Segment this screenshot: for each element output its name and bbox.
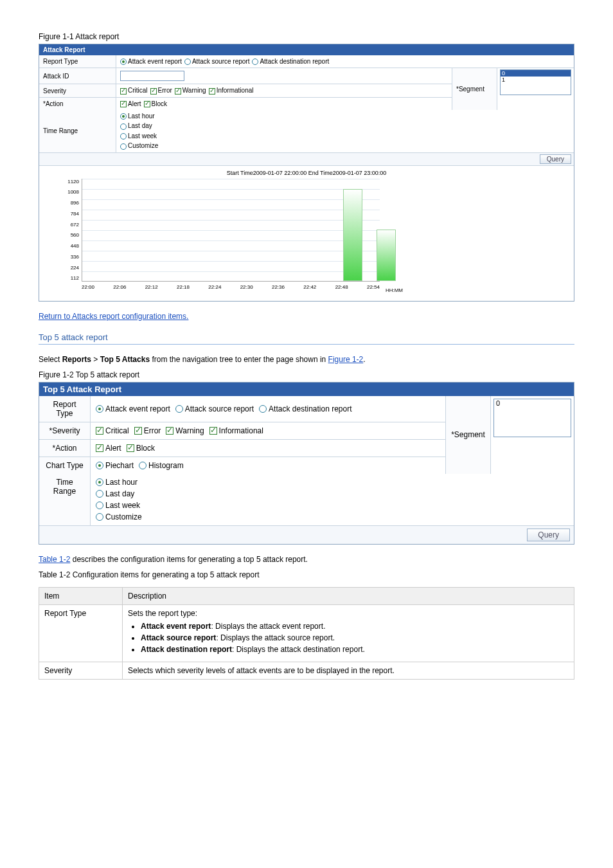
attack-report-panel: Attack Report Report Type Attack event r… <box>39 44 574 302</box>
check-informational[interactable]: Informational <box>209 87 254 94</box>
top5-time-range-label: Time Range <box>39 474 91 525</box>
radio-customize[interactable]: Customize <box>120 142 158 149</box>
check-top5-error[interactable]: Error <box>134 426 161 435</box>
query-button[interactable]: Query <box>540 154 571 164</box>
attack-report-header: Attack Report <box>39 44 574 55</box>
radio-icon <box>120 133 127 140</box>
return-link[interactable]: Return to Attacks report configuration i… <box>39 312 188 321</box>
figure1-caption: Figure 1-1 Attack report <box>39 32 574 41</box>
top5-report-type-label: Report Type <box>39 396 91 422</box>
radio-last-day[interactable]: Last day <box>120 122 152 129</box>
check-top5-alert[interactable]: Alert <box>96 444 121 453</box>
table2-caption: Table 1-2 Configuration items for genera… <box>39 570 574 579</box>
radio-icon <box>96 478 103 486</box>
checkbox-icon <box>120 101 127 107</box>
radio-icon <box>120 123 127 130</box>
radio-icon <box>120 143 127 150</box>
radio-icon <box>139 462 147 469</box>
radio-icon <box>175 405 183 413</box>
radio-histogram[interactable]: Histogram <box>139 461 184 470</box>
radio-top5-last-day[interactable]: Last day <box>96 489 134 498</box>
check-critical[interactable]: Critical <box>120 87 148 94</box>
top5-action-label: *Action <box>39 440 91 457</box>
item-severity: Severity <box>39 662 123 679</box>
figure1-caption-text: Figure 1-1 Attack report <box>39 32 119 41</box>
radio-icon <box>96 502 103 509</box>
checkbox-icon <box>127 444 134 452</box>
item-report-type: Report Type <box>39 604 123 662</box>
check-warning[interactable]: Warning <box>175 87 206 94</box>
check-top5-warning[interactable]: Warning <box>166 426 204 435</box>
check-top5-critical[interactable]: Critical <box>96 426 129 435</box>
radio-icon <box>120 113 127 120</box>
desc-severity: Selects which severity levels of attack … <box>123 662 574 679</box>
th-description: Description <box>123 587 574 604</box>
check-error[interactable]: Error <box>150 87 172 94</box>
segment-label: *Segment <box>452 68 497 110</box>
radio-icon <box>96 513 103 521</box>
radio-last-hour[interactable]: Last hour <box>120 113 155 120</box>
radio-icon <box>259 405 267 413</box>
top5-header: Top 5 Attack Report <box>39 383 574 396</box>
check-top5-block[interactable]: Block <box>127 444 155 453</box>
checkbox-icon <box>96 427 103 435</box>
checkbox-icon <box>96 444 103 452</box>
segment-item-1[interactable]: 1 <box>501 77 571 83</box>
figure-1-2-link[interactable]: Figure 1-2 <box>328 355 364 364</box>
radio-top5-event[interactable]: Attack event report <box>96 404 170 413</box>
radio-icon <box>252 59 258 65</box>
top5-panel: Top 5 Attack Report Report Type Attack e… <box>39 382 574 545</box>
check-alert[interactable]: Alert <box>120 100 141 107</box>
segment-listbox[interactable]: 0 1 <box>500 69 571 95</box>
top5-segment-label: *Segment <box>446 396 491 474</box>
check-block[interactable]: Block <box>144 100 167 107</box>
desc-report-type: Sets the report type: Attack event repor… <box>123 604 574 662</box>
time-range-label: Time Range <box>39 110 116 152</box>
figure2-caption: Figure 1-2 Top 5 attack report <box>39 370 574 379</box>
chart-plot <box>82 179 380 282</box>
radio-top5-last-hour[interactable]: Last hour <box>96 478 138 487</box>
top5-heading: Top 5 attack report <box>39 332 574 345</box>
radio-attack-source[interactable]: Attack source report <box>184 58 249 65</box>
top5-segment-listbox[interactable]: 0 <box>493 399 571 437</box>
radio-top5-source[interactable]: Attack source report <box>175 404 254 413</box>
checkbox-icon <box>134 427 142 435</box>
radio-piechart[interactable]: Piechart <box>96 461 134 470</box>
radio-top5-dest[interactable]: Attack destination report <box>259 404 351 413</box>
attack-id-input[interactable] <box>120 71 184 81</box>
checkbox-icon <box>150 88 157 95</box>
top5-chart-type-label: Chart Type <box>39 457 91 474</box>
attack-id-label: Attack ID <box>39 68 116 84</box>
action-label: *Action <box>39 98 116 110</box>
attack-chart: Start Time2009-01-07 22:00:00 End Time20… <box>39 165 574 301</box>
report-type-label: Report Type <box>39 55 116 68</box>
radio-top5-customize[interactable]: Customize <box>96 512 142 521</box>
chart-title: Start Time2009-01-07 22:00:00 End Time20… <box>46 170 567 176</box>
check-top5-info[interactable]: Informational <box>209 426 263 435</box>
radio-icon <box>96 490 103 498</box>
radio-top5-last-week[interactable]: Last week <box>96 501 140 510</box>
radio-last-week[interactable]: Last week <box>120 132 157 140</box>
checkbox-icon <box>209 88 215 95</box>
x-axis: 22:0022:0622:1222:1822:2422:3022:3622:42… <box>82 284 380 294</box>
y-axis: 11201008896784672560448336224112 <box>58 179 79 282</box>
checkbox-icon <box>209 427 217 435</box>
table2-intro: Table 1-2 describes the configuration it… <box>39 555 574 564</box>
radio-icon <box>96 462 103 469</box>
radio-icon <box>96 405 103 413</box>
top5-segment-item-0[interactable]: 0 <box>494 399 571 407</box>
radio-attack-destination[interactable]: Attack destination report <box>252 58 329 65</box>
radio-attack-event[interactable]: Attack event report <box>120 58 182 65</box>
checkbox-icon <box>120 88 127 95</box>
severity-label: Severity <box>39 84 116 96</box>
top5-query-button[interactable]: Query <box>527 529 570 541</box>
table-1-2-link[interactable]: Table 1-2 <box>39 555 70 564</box>
th-item: Item <box>39 587 123 604</box>
radio-icon <box>120 59 127 65</box>
checkbox-icon <box>144 101 150 107</box>
checkbox-icon <box>166 427 173 435</box>
segment-item-0[interactable]: 0 <box>501 70 571 77</box>
top5-intro: Select Reports > Top 5 Attacks from the … <box>39 355 574 364</box>
checkbox-icon <box>175 88 181 95</box>
top5-severity-label: *Severity <box>39 422 91 439</box>
